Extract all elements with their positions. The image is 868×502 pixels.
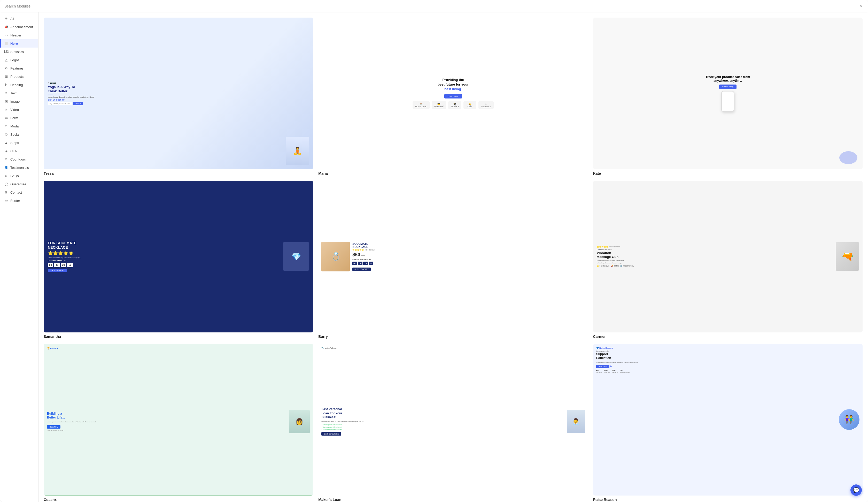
card-label-maria: Maria (318, 171, 588, 175)
logos-icon: △ (4, 58, 8, 62)
steps-icon: ▲ (4, 141, 8, 145)
sidebar-item-label: Countdown (10, 158, 28, 161)
features-icon: ⚙ (4, 66, 8, 70)
announcement-icon: 📣 (4, 25, 8, 29)
sidebar-item-text[interactable]: ≡ Text (0, 89, 38, 97)
modal-body: ✳ All 📣 Announcement ▭ Header ⬜ Hero 123… (0, 12, 868, 502)
sidebar: ✳ All 📣 Announcement ▭ Header ⬜ Hero 123… (0, 12, 39, 502)
sidebar-item-label: Social (10, 133, 19, 137)
sidebar-item-label: Statistics (10, 50, 24, 54)
sidebar-item-social[interactable]: ⬡ Social (0, 130, 38, 139)
module-card-maria[interactable]: Providing thebest future for yourbest li… (318, 18, 588, 175)
sidebar-item-countdown[interactable]: ⊙ Countdown (0, 155, 38, 163)
module-card-raise[interactable]: 💙 Raise Reason Lorem ipsum dolor Support… (593, 344, 862, 502)
sidebar-item-label: Footer (10, 199, 20, 203)
card-preview-barry: 💍 SOULMATENECKLACE ⭐⭐⭐⭐⭐ 4.5k Reviews $6… (318, 181, 588, 332)
card-preview-maker: 🔧 Maker's Loan Fast PersonalLoan For You… (318, 344, 588, 495)
card-label-kate: Kate (593, 171, 862, 175)
sidebar-item-label: Guarantee (10, 182, 26, 186)
card-label-samantha: Samantha (44, 334, 313, 339)
module-card-tessa[interactable]: ✳ 📷 📷 Yoga Is A Way ToThink Better Lorem… (44, 18, 313, 175)
sidebar-item-heading[interactable]: H Heading (0, 81, 38, 89)
sidebar-item-label: Hero (10, 42, 18, 46)
sidebar-item-contact[interactable]: ⊞ Contact (0, 188, 38, 197)
products-icon: ▦ (4, 74, 8, 79)
sidebar-item-announcement[interactable]: 📣 Announcement (0, 23, 38, 31)
text-icon: ≡ (4, 91, 8, 95)
sidebar-item-all[interactable]: ✳ All (0, 14, 38, 23)
image-icon: ▣ (4, 99, 8, 103)
sidebar-item-cta[interactable]: ◈ CTA (0, 147, 38, 155)
sidebar-item-logos[interactable]: △ Logos (0, 56, 38, 64)
chat-button[interactable]: 💬 (850, 484, 862, 496)
sidebar-item-guarantee[interactable]: ◯ Guarantee (0, 180, 38, 188)
module-card-kate[interactable]: Track your product sales fromanywhere, a… (593, 18, 862, 175)
main-content: ✳ 📷 📷 Yoga Is A Way ToThink Better Lorem… (39, 12, 868, 502)
footer-icon: ▭ (4, 199, 8, 203)
sidebar-item-form[interactable]: ▭ Form (0, 114, 38, 122)
module-card-maker[interactable]: 🔧 Maker's Loan Fast PersonalLoan For You… (318, 344, 588, 502)
form-icon: ▭ (4, 116, 8, 120)
module-card-carmen[interactable]: ⭐⭐⭐⭐⭐ 500+ Reviews Lorem ipsum dolor Vib… (593, 181, 862, 339)
header-icon: ▭ (4, 33, 8, 37)
sidebar-item-label: Form (10, 116, 18, 120)
statistics-icon: 123 (4, 50, 8, 54)
card-label-raise: Raise Reason (593, 498, 862, 502)
sidebar-item-label: Text (10, 91, 17, 95)
module-card-samantha[interactable]: FOR SOULMATENECKLACE ⭐⭐⭐⭐⭐ Get our best … (44, 181, 313, 339)
heading-icon: H (4, 83, 8, 87)
sidebar-item-label: Products (10, 75, 23, 79)
sidebar-item-label: Video (10, 108, 19, 112)
video-icon: ▷ (4, 108, 8, 112)
module-card-barry[interactable]: 💍 SOULMATENECKLACE ⭐⭐⭐⭐⭐ 4.5k Reviews $6… (318, 181, 588, 339)
card-preview-kate: Track your product sales fromanywhere, a… (593, 18, 862, 169)
card-label-barry: Barry (318, 334, 588, 339)
sidebar-item-label: Contact (10, 191, 22, 194)
sidebar-item-modal[interactable]: □ Modal (0, 122, 38, 130)
countdown-icon: ⊙ (4, 157, 8, 161)
sidebar-item-label: FAQs (10, 174, 19, 178)
sidebar-item-statistics[interactable]: 123 Statistics (0, 48, 38, 56)
card-preview-maria: Providing thebest future for yourbest li… (318, 18, 588, 169)
sidebar-item-features[interactable]: ⚙ Features (0, 64, 38, 72)
sidebar-item-label: Features (10, 67, 23, 70)
hero-icon: ⬜ (4, 41, 8, 46)
sidebar-item-video[interactable]: ▷ Video (0, 106, 38, 114)
sidebar-item-faqs[interactable]: ⊕ FAQs (0, 172, 38, 180)
cta-icon: ◈ (4, 149, 8, 153)
module-card-coachx[interactable]: 🏆 Coach'x Building aBetter Life... Lorem… (44, 344, 313, 502)
close-button[interactable]: × (859, 3, 864, 10)
contact-icon: ⊞ (4, 190, 8, 194)
testimonials-icon: 👤 (4, 165, 8, 170)
sidebar-item-header[interactable]: ▭ Header (0, 31, 38, 39)
card-label-tessa: Tessa (44, 171, 313, 175)
card-preview-carmen: ⭐⭐⭐⭐⭐ 500+ Reviews Lorem ipsum dolor Vib… (593, 181, 862, 332)
sidebar-item-footer[interactable]: ▭ Footer (0, 197, 38, 205)
modal-header: × (0, 0, 868, 12)
card-label-maker: Maker's Loan (318, 498, 588, 502)
sidebar-item-products[interactable]: ▦ Products (0, 72, 38, 81)
card-preview-tessa: ✳ 📷 📷 Yoga Is A Way ToThink Better Lorem… (44, 18, 313, 169)
sidebar-item-label: Steps (10, 141, 19, 145)
sidebar-item-label: Testimonials (10, 166, 29, 170)
sidebar-item-label: CTA (10, 149, 17, 153)
sidebar-item-label: All (10, 17, 14, 21)
sidebar-item-testimonials[interactable]: 👤 Testimonials (0, 163, 38, 172)
card-label-coachx: Coachx (44, 498, 313, 502)
sidebar-item-image[interactable]: ▣ Image (0, 97, 38, 106)
sidebar-item-label: Modal (10, 124, 19, 128)
card-preview-coachx: 🏆 Coach'x Building aBetter Life... Lorem… (44, 344, 313, 495)
social-icon: ⬡ (4, 132, 8, 137)
sidebar-item-hero[interactable]: ⬜ Hero (0, 39, 38, 48)
all-icon: ✳ (4, 17, 8, 21)
sidebar-item-label: Logos (10, 58, 19, 62)
sidebar-item-label: Announcement (10, 25, 33, 29)
card-preview-samantha: FOR SOULMATENECKLACE ⭐⭐⭐⭐⭐ Get our best … (44, 181, 313, 332)
search-input[interactable] (4, 4, 859, 8)
sidebar-item-label: Heading (10, 83, 23, 87)
sidebar-item-steps[interactable]: ▲ Steps (0, 139, 38, 147)
card-preview-raise: 💙 Raise Reason Lorem ipsum dolor Support… (593, 344, 862, 495)
guarantee-icon: ◯ (4, 182, 8, 186)
modal-icon: □ (4, 124, 8, 128)
faqs-icon: ⊕ (4, 174, 8, 178)
